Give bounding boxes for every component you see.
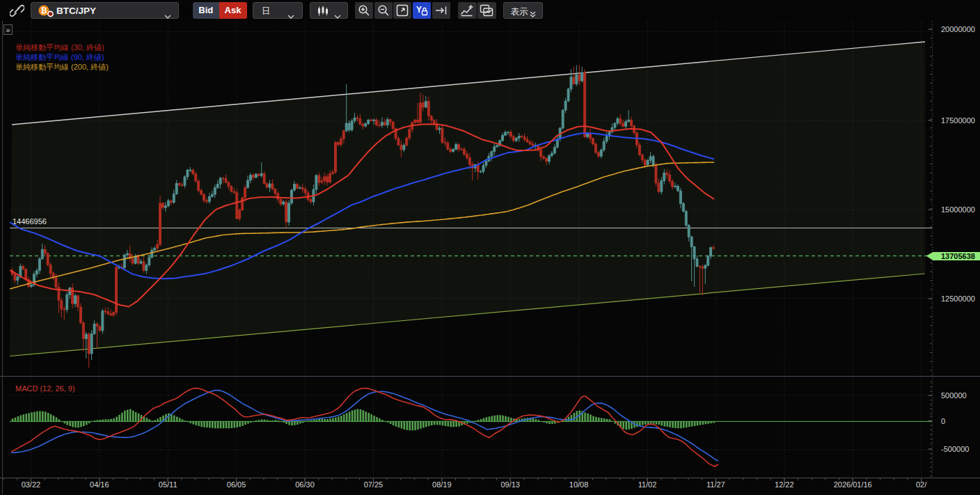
svg-text:Y: Y [416, 5, 422, 15]
svg-text:単純移動平均線 (200, 終値): 単純移動平均線 (200, 終値) [15, 63, 109, 71]
svg-text:500000: 500000 [941, 391, 967, 400]
svg-text:10/08: 10/08 [569, 480, 589, 489]
svg-text:12/22: 12/22 [775, 480, 794, 489]
svg-text:06/30: 06/30 [295, 480, 315, 489]
svg-text:2026/01/16: 2026/01/16 [834, 480, 872, 489]
svg-text:08/19: 08/19 [432, 480, 452, 489]
svg-text:03/22: 03/22 [22, 480, 41, 489]
svg-text:20000000: 20000000 [941, 25, 975, 33]
svg-text:17500000: 17500000 [941, 116, 975, 125]
svg-text:15000000: 15000000 [941, 205, 975, 214]
svg-text:»: » [6, 26, 10, 34]
svg-text:-500000: -500000 [941, 445, 969, 453]
svg-text:06/05: 06/05 [227, 480, 246, 489]
svg-text:MACD (12, 26, 9): MACD (12, 26, 9) [15, 384, 75, 393]
svg-text:07/25: 07/25 [364, 480, 384, 489]
svg-text:12500000: 12500000 [941, 294, 975, 303]
svg-text:05/11: 05/11 [159, 480, 177, 489]
svg-text:単純移動平均線 (90, 終値): 単純移動平均線 (90, 終値) [15, 53, 104, 61]
svg-text:13705638: 13705638 [941, 252, 975, 260]
svg-text:11/02: 11/02 [638, 480, 657, 489]
svg-text:14466956: 14466956 [13, 217, 47, 226]
svg-text:0: 0 [941, 417, 945, 425]
svg-text:04/16: 04/16 [90, 480, 109, 489]
svg-text:₿: ₿ [41, 6, 47, 15]
svg-text:11/27: 11/27 [706, 480, 725, 489]
svg-text:09/13: 09/13 [500, 480, 520, 489]
svg-text:単純移動平均線 (30, 終値): 単純移動平均線 (30, 終値) [15, 43, 104, 52]
